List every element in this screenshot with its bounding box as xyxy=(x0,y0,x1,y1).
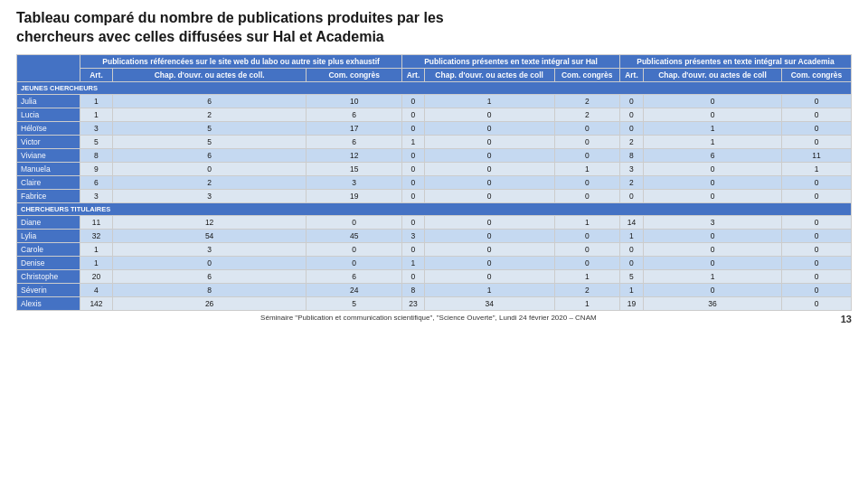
data-cell: 0 xyxy=(402,189,425,202)
data-cell: 0 xyxy=(554,256,619,269)
data-cell: 0 xyxy=(644,162,782,175)
data-cell: 5 xyxy=(619,269,643,283)
data-cell: 2 xyxy=(619,175,643,189)
row-name-header xyxy=(17,54,80,81)
data-cell: 1 xyxy=(644,121,782,135)
data-cell: 0 xyxy=(644,175,782,189)
data-cell: 5 xyxy=(112,135,306,148)
data-cell: 0 xyxy=(781,269,851,283)
data-cell: 3 xyxy=(80,121,113,135)
data-cell: 0 xyxy=(424,242,554,256)
researcher-name: Lylia xyxy=(17,229,80,242)
data-cell: 9 xyxy=(80,162,113,175)
group2-header: Publications présentes en texte intégral… xyxy=(402,54,620,68)
data-cell: 0 xyxy=(402,162,425,175)
data-cell: 3 xyxy=(307,175,402,189)
data-cell: 11 xyxy=(781,148,851,162)
table-row: Denise100100000 xyxy=(17,256,852,269)
page-title: Tableau comparé du nombre de publication… xyxy=(16,9,852,47)
data-cell: 0 xyxy=(424,121,554,135)
data-cell: 6 xyxy=(80,175,113,189)
data-cell: 0 xyxy=(554,189,619,202)
comparison-table: Publications référencées sur le site web… xyxy=(16,54,852,311)
data-cell: 2 xyxy=(619,135,643,148)
data-cell: 36 xyxy=(644,296,782,310)
data-cell: 0 xyxy=(781,215,851,229)
data-cell: 0 xyxy=(424,189,554,202)
table-row: Carole130000000 xyxy=(17,242,852,256)
data-cell: 6 xyxy=(112,94,306,108)
g3-sub3: Com. congrès xyxy=(781,68,851,81)
data-cell: 0 xyxy=(619,108,643,121)
data-cell: 6 xyxy=(307,269,402,283)
data-cell: 0 xyxy=(424,215,554,229)
data-cell: 0 xyxy=(644,283,782,296)
data-cell: 0 xyxy=(781,296,851,310)
g2-sub1: Art. xyxy=(402,68,425,81)
data-cell: 0 xyxy=(402,121,425,135)
section-label: JEUNES CHERCHEURS xyxy=(17,81,852,94)
table-row: Victor556100210 xyxy=(17,135,852,148)
data-cell: 0 xyxy=(554,175,619,189)
researcher-name: Fabrice xyxy=(17,189,80,202)
data-cell: 0 xyxy=(402,215,425,229)
researcher-name: Julia xyxy=(17,94,80,108)
data-cell: 0 xyxy=(781,94,851,108)
data-cell: 0 xyxy=(112,256,306,269)
data-cell: 3 xyxy=(402,229,425,242)
data-cell: 0 xyxy=(424,148,554,162)
table-row: Séverin4824812100 xyxy=(17,283,852,296)
data-cell: 0 xyxy=(424,162,554,175)
data-cell: 0 xyxy=(554,148,619,162)
data-cell: 1 xyxy=(80,256,113,269)
data-cell: 0 xyxy=(554,135,619,148)
data-cell: 0 xyxy=(307,215,402,229)
data-cell: 0 xyxy=(402,148,425,162)
table-row: Héloïse3517000010 xyxy=(17,121,852,135)
table-row: Fabrice3319000000 xyxy=(17,189,852,202)
data-cell: 0 xyxy=(619,256,643,269)
data-cell: 0 xyxy=(554,121,619,135)
data-cell: 0 xyxy=(554,229,619,242)
table-row: Julia1610012000 xyxy=(17,94,852,108)
data-cell: 12 xyxy=(307,148,402,162)
data-cell: 3 xyxy=(619,162,643,175)
data-cell: 0 xyxy=(307,256,402,269)
researcher-name: Victor xyxy=(17,135,80,148)
data-cell: 19 xyxy=(307,189,402,202)
data-cell: 0 xyxy=(644,256,782,269)
researcher-name: Claire xyxy=(17,175,80,189)
data-cell: 0 xyxy=(781,189,851,202)
researcher-name: Diane xyxy=(17,215,80,229)
data-cell: 1 xyxy=(424,94,554,108)
data-cell: 0 xyxy=(402,242,425,256)
data-cell: 54 xyxy=(112,229,306,242)
section-label: CHERCHEURS TITULAIRES xyxy=(17,202,852,215)
data-cell: 1 xyxy=(644,269,782,283)
data-cell: 1 xyxy=(554,215,619,229)
g3-sub2: Chap. d'ouvr. ou actes de coll xyxy=(644,68,782,81)
data-cell: 14 xyxy=(619,215,643,229)
data-cell: 8 xyxy=(112,283,306,296)
data-cell: 1 xyxy=(644,135,782,148)
data-cell: 15 xyxy=(307,162,402,175)
data-cell: 1 xyxy=(619,283,643,296)
data-cell: 0 xyxy=(424,108,554,121)
data-cell: 2 xyxy=(112,108,306,121)
data-cell: 0 xyxy=(644,94,782,108)
data-cell: 5 xyxy=(112,121,306,135)
data-cell: 3 xyxy=(80,189,113,202)
g2-sub2: Chap. d'ouvr. ou actes de coll xyxy=(424,68,554,81)
data-cell: 0 xyxy=(619,242,643,256)
data-cell: 0 xyxy=(112,162,306,175)
data-cell: 0 xyxy=(644,242,782,256)
researcher-name: Viviane xyxy=(17,148,80,162)
researcher-name: Christophe xyxy=(17,269,80,283)
data-cell: 0 xyxy=(424,135,554,148)
data-cell: 0 xyxy=(307,242,402,256)
table-row: Alexis1422652334119360 xyxy=(17,296,852,310)
data-cell: 24 xyxy=(307,283,402,296)
data-cell: 32 xyxy=(80,229,113,242)
data-cell: 6 xyxy=(112,148,306,162)
g2-sub3: Com. congrès xyxy=(554,68,619,81)
